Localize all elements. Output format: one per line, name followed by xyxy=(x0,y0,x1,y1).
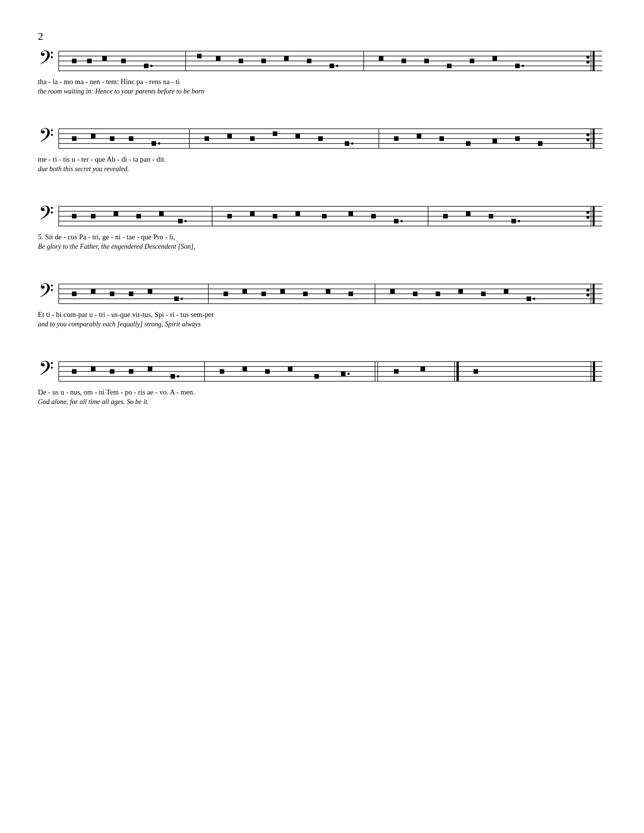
lyrics-line1-system4: Et ti - bi com-par u - tri - us-que vir-… xyxy=(38,310,214,319)
svg-point-82 xyxy=(185,220,187,222)
system-4: 𝄢 xyxy=(38,278,606,333)
svg-rect-42 xyxy=(72,136,77,141)
svg-text:𝄢: 𝄢 xyxy=(39,47,54,73)
svg-rect-49 xyxy=(204,136,209,141)
svg-rect-80 xyxy=(159,211,164,216)
svg-rect-118 xyxy=(224,291,228,296)
svg-rect-19 xyxy=(307,59,311,63)
lyrics-system-4: Et ti - bi com-par u - tri - us-que vir-… xyxy=(38,310,606,333)
svg-rect-111 xyxy=(91,289,95,293)
svg-point-21 xyxy=(336,65,338,67)
svg-rect-44 xyxy=(110,136,114,141)
svg-point-12 xyxy=(150,65,153,67)
svg-rect-162 xyxy=(394,369,399,374)
lyrics-line1-system1: tha - la - mo ma - nen - tem: Hinc pa - … xyxy=(38,78,180,86)
svg-rect-59 xyxy=(417,133,421,138)
svg-rect-110 xyxy=(72,291,77,296)
svg-rect-155 xyxy=(265,369,270,374)
svg-point-151 xyxy=(177,375,179,378)
svg-rect-149 xyxy=(148,367,152,371)
svg-rect-156 xyxy=(288,367,293,371)
svg-rect-88 xyxy=(322,214,327,219)
svg-point-159 xyxy=(348,373,349,375)
svg-rect-52 xyxy=(273,131,277,136)
svg-rect-166 xyxy=(473,369,478,374)
svg-rect-129 xyxy=(458,289,463,293)
staff-svg-1: 𝄢 xyxy=(38,45,606,76)
svg-point-33 xyxy=(586,56,589,59)
svg-rect-27 xyxy=(470,59,474,63)
lyrics-system-1: tha - la - mo ma - nen - tem: Hinc pa - … xyxy=(38,78,606,100)
svg-rect-26 xyxy=(447,64,452,68)
svg-rect-28 xyxy=(493,56,497,61)
lyrics-system-5: De - us u - nus, om - ni Tem - po - ris … xyxy=(38,388,606,411)
svg-rect-127 xyxy=(413,291,417,296)
system-2: 𝄢 xyxy=(38,123,606,178)
svg-rect-77 xyxy=(91,214,95,219)
svg-rect-25 xyxy=(424,59,429,63)
svg-rect-96 xyxy=(489,214,493,219)
lyrics-line1-system2: me - ri - tis u - ter - que Ab - di - ta… xyxy=(38,155,166,164)
svg-rect-43 xyxy=(91,133,95,138)
svg-rect-81 xyxy=(178,219,183,224)
svg-rect-87 xyxy=(295,211,300,216)
svg-rect-153 xyxy=(220,369,224,374)
svg-text:𝄢: 𝄢 xyxy=(39,280,54,306)
svg-rect-64 xyxy=(538,141,543,146)
svg-rect-163 xyxy=(420,367,425,371)
svg-rect-29 xyxy=(515,64,520,68)
svg-rect-130 xyxy=(481,291,486,296)
svg-rect-62 xyxy=(493,138,497,143)
svg-rect-131 xyxy=(504,289,509,293)
svg-rect-53 xyxy=(295,133,300,138)
svg-text:𝄢: 𝄢 xyxy=(39,358,54,384)
lyrics-line1-system3: 5. Sit de - cus Pa - tri, ge - ni - tae … xyxy=(38,233,175,241)
system-3: 𝄢 xyxy=(38,201,606,256)
svg-point-30 xyxy=(522,65,524,67)
svg-point-34 xyxy=(586,61,589,64)
svg-point-116 xyxy=(181,298,183,300)
svg-rect-150 xyxy=(171,374,175,379)
svg-rect-11 xyxy=(144,64,148,68)
svg-rect-7 xyxy=(72,59,77,63)
lyrics-line1-system5: De - us u - nus, om - ni Tem - po - ris … xyxy=(38,388,195,396)
svg-point-133 xyxy=(533,298,535,300)
system-1: 𝄢 xyxy=(38,45,606,100)
svg-rect-17 xyxy=(261,59,266,63)
svg-rect-60 xyxy=(440,136,444,141)
svg-point-102 xyxy=(586,216,589,219)
svg-rect-112 xyxy=(110,291,114,296)
system-5: 𝄢 xyxy=(38,356,606,411)
svg-rect-154 xyxy=(242,367,247,371)
svg-rect-15 xyxy=(216,56,221,61)
svg-rect-122 xyxy=(303,291,308,296)
svg-rect-121 xyxy=(280,289,285,293)
svg-rect-10 xyxy=(121,59,126,63)
svg-rect-115 xyxy=(174,296,179,301)
lyrics-system-3: 5. Sit de - cus Pa - tri, ge - ni - tae … xyxy=(38,233,606,256)
lyrics-line2-system2: due both this secret you revealed. xyxy=(38,165,129,173)
lyrics-line2-system4: and to you comparably each [equally] str… xyxy=(38,320,201,328)
svg-rect-63 xyxy=(515,136,520,141)
svg-rect-157 xyxy=(314,374,319,379)
svg-rect-94 xyxy=(443,214,448,219)
svg-point-56 xyxy=(351,142,353,145)
staff-svg-5: 𝄢 xyxy=(38,356,606,386)
music-container: 𝄢 xyxy=(38,45,606,434)
svg-point-136 xyxy=(586,288,589,291)
lyrics-line2-system1: the room waiting in: Hence to your paren… xyxy=(38,87,204,95)
svg-rect-114 xyxy=(148,289,152,293)
svg-rect-91 xyxy=(394,219,399,224)
svg-rect-89 xyxy=(349,211,353,216)
svg-rect-20 xyxy=(330,64,334,68)
svg-rect-148 xyxy=(129,369,134,374)
svg-rect-126 xyxy=(390,289,395,293)
svg-rect-90 xyxy=(371,214,376,219)
svg-rect-124 xyxy=(349,291,353,296)
svg-rect-18 xyxy=(284,56,289,61)
svg-rect-119 xyxy=(242,289,247,293)
page-number: 2 xyxy=(38,30,43,42)
svg-rect-61 xyxy=(466,141,470,146)
svg-rect-79 xyxy=(136,214,141,219)
svg-rect-120 xyxy=(261,291,266,296)
